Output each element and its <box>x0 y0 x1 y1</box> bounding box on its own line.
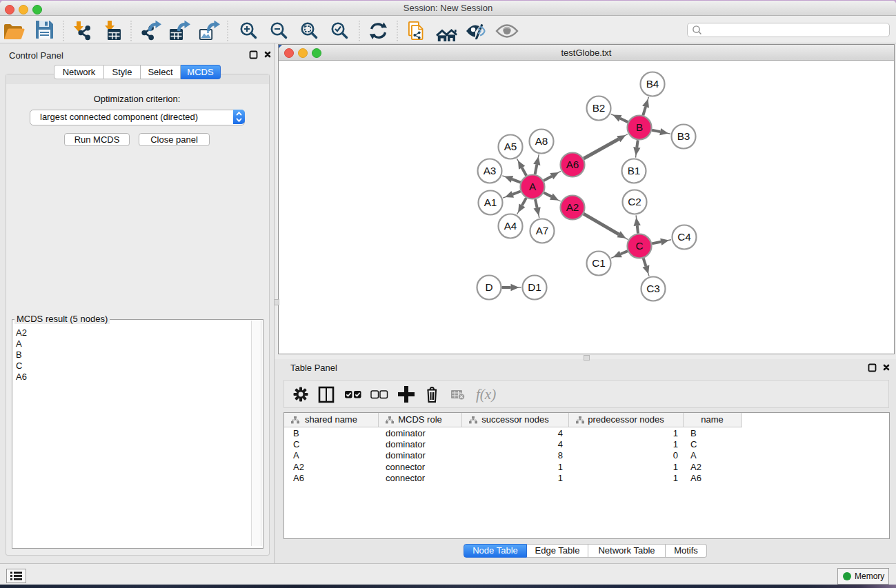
svg-text:C1: C1 <box>592 257 606 269</box>
svg-text:A4: A4 <box>504 220 517 232</box>
svg-text:A3: A3 <box>484 165 497 176</box>
svg-text:C: C <box>635 240 643 252</box>
svg-text:A7: A7 <box>536 225 549 236</box>
svg-text:A8: A8 <box>535 135 548 147</box>
svg-text:C2: C2 <box>628 196 641 207</box>
svg-text:C3: C3 <box>646 283 660 294</box>
svg-text:A5: A5 <box>504 141 517 152</box>
svg-text:B3: B3 <box>677 130 690 142</box>
svg-text:D1: D1 <box>528 281 541 293</box>
svg-text:A1: A1 <box>484 196 497 208</box>
svg-text:B: B <box>636 121 643 133</box>
svg-text:f(x): f(x) <box>476 386 496 403</box>
svg-text:B2: B2 <box>593 102 606 114</box>
svg-text:B4: B4 <box>646 78 659 90</box>
svg-text:D: D <box>485 281 492 293</box>
svg-text:A: A <box>529 181 537 192</box>
svg-text:A6: A6 <box>566 159 579 170</box>
svg-text:A2: A2 <box>566 201 579 213</box>
svg-text:B1: B1 <box>628 165 641 176</box>
svg-text:C4: C4 <box>677 231 691 243</box>
